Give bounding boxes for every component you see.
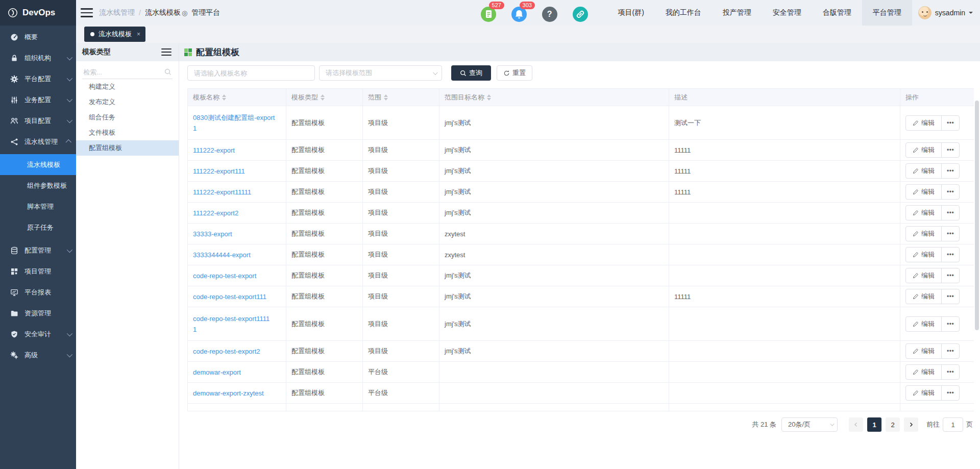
sidebar-subitem[interactable]: 脚本管理 (0, 196, 76, 217)
more-actions-button[interactable]: ••• (941, 317, 959, 331)
template-type-item[interactable]: 发布定义 (76, 94, 179, 110)
link-button[interactable] (573, 4, 588, 22)
template-name-link[interactable]: 111222-export (193, 145, 235, 156)
more-actions-button[interactable]: ••• (941, 344, 959, 358)
template-name-link[interactable]: 111222-export111 (193, 166, 245, 177)
template-name-link[interactable]: code-repo-test-export11111 (193, 313, 271, 335)
edit-button[interactable]: 编辑 (906, 344, 941, 358)
sidebar-subitem[interactable]: 流水线模板 (0, 154, 76, 175)
edit-button[interactable]: 编辑 (906, 185, 941, 199)
template-name-link[interactable]: code-repo-test-export111 (193, 291, 266, 302)
tab-close-icon[interactable]: × (137, 31, 140, 38)
sidebar-subitem[interactable]: 组件参数模板 (0, 175, 76, 196)
sidebar-item-5[interactable]: 流水线管理 (0, 131, 76, 152)
edit-button[interactable]: 编辑 (906, 143, 941, 157)
template-name-link[interactable]: demowar-export-zxytest (193, 388, 264, 399)
chevron-down-icon (67, 96, 72, 102)
next-page-button[interactable] (904, 417, 918, 432)
top-nav-item[interactable]: 我的工作台 (655, 0, 712, 26)
template-name-link[interactable]: 3333344444-export (193, 250, 251, 260)
sidebar-item-1[interactable]: 组织机构 (0, 47, 76, 68)
sort-icon[interactable] (384, 94, 388, 101)
help-button[interactable]: ? (542, 4, 557, 22)
edit-button[interactable]: 编辑 (906, 227, 941, 241)
more-actions-button[interactable]: ••• (941, 365, 959, 379)
template-type-item[interactable]: 组合任务 (76, 110, 179, 125)
sidebar-item-2[interactable]: 平台配置 (0, 68, 76, 89)
more-actions-button[interactable]: ••• (941, 185, 959, 199)
table-row: 111222-export 配置组模板 项目级 jmj's测试 11111 编辑… (188, 140, 974, 161)
reset-button[interactable]: 重置 (497, 65, 532, 81)
search-button[interactable]: 查询 (451, 65, 491, 81)
sort-icon[interactable] (487, 94, 491, 101)
top-nav-item[interactable]: 平台管理 (862, 0, 912, 26)
sidebar-item-3[interactable]: 业务配置 (0, 89, 76, 110)
page-titlebar: 配置组模板 (179, 43, 980, 61)
template-name-link[interactable]: 111222-export11111 (193, 187, 251, 198)
vertical-scrollbar[interactable] (975, 101, 979, 330)
template-name-input[interactable] (187, 65, 315, 81)
more-actions-button[interactable]: ••• (941, 386, 959, 400)
template-name-link[interactable]: code-repo-test-export (193, 270, 256, 281)
more-actions-button[interactable]: ••• (941, 206, 959, 220)
user-menu[interactable]: sysadmin (912, 6, 980, 19)
sidebar-item-8[interactable]: 平台报表 (0, 282, 76, 303)
menu-toggle-icon[interactable] (81, 8, 93, 17)
edit-button[interactable]: 编辑 (906, 317, 941, 331)
lock-icon (10, 54, 18, 62)
sidebar-item-7[interactable]: 项目管理 (0, 261, 76, 282)
more-actions-button[interactable]: ••• (941, 289, 959, 304)
template-name-link[interactable]: code-repo-test-export2 (193, 346, 260, 357)
more-actions-button[interactable]: ••• (941, 248, 959, 262)
top-nav-item[interactable]: 项目(群) (607, 0, 655, 26)
top-nav-item[interactable]: 投产管理 (712, 0, 762, 26)
template-scope-select[interactable]: 请选择模板范围 (319, 65, 442, 81)
more-actions-button[interactable]: ••• (941, 268, 959, 283)
notifications-button[interactable]: 303 (511, 4, 527, 22)
template-type-item[interactable]: 文件模板 (76, 125, 179, 140)
sidebar-subitem[interactable]: 原子任务 (0, 217, 76, 238)
top-nav-item[interactable]: 安全管理 (762, 0, 812, 26)
sidebar-item-11[interactable]: 高级 (0, 344, 76, 365)
tab-pipeline-template[interactable]: 流水线模板 × (84, 27, 145, 42)
scope-circle-icon: ◎ (182, 9, 187, 17)
sort-icon[interactable] (321, 94, 325, 101)
edit-button[interactable]: 编辑 (906, 268, 941, 283)
breadcrumb-root[interactable]: 流水线管理 (99, 8, 135, 17)
edit-button[interactable]: 编辑 (906, 386, 941, 400)
template-name-link[interactable]: 111222-export2 (193, 208, 238, 218)
edit-button[interactable]: 编辑 (906, 164, 941, 178)
page-button-1[interactable]: 1 (867, 417, 881, 432)
sidebar-item-9[interactable]: 资源管理 (0, 303, 76, 324)
edit-button[interactable]: 编辑 (906, 206, 941, 220)
more-actions-button[interactable]: ••• (941, 227, 959, 241)
template-type-item[interactable]: 配置组模板 (76, 140, 179, 156)
page-title: 配置组模板 (196, 46, 239, 58)
edit-button[interactable]: 编辑 (906, 248, 941, 262)
panel-search-input[interactable] (82, 65, 173, 79)
more-actions-button[interactable]: ••• (941, 116, 959, 130)
sidebar-item-6[interactable]: 配置管理 (0, 240, 76, 261)
more-actions-button[interactable]: ••• (941, 143, 959, 157)
page-button-2[interactable]: 2 (886, 417, 900, 432)
messages-button[interactable]: 527 (481, 4, 496, 22)
sidebar-item-0[interactable]: 概要 (0, 27, 76, 47)
template-type-item[interactable]: 构建定义 (76, 79, 179, 94)
panel-menu-icon[interactable] (161, 48, 172, 56)
template-name-link[interactable]: 0830测试创建配置组-export1 (193, 112, 277, 134)
edit-button[interactable]: 编辑 (906, 116, 941, 130)
template-name-link[interactable]: 33333-export (193, 229, 232, 239)
goto-page-input[interactable] (943, 417, 963, 432)
edit-button[interactable]: 编辑 (906, 365, 941, 379)
sort-icon[interactable] (222, 94, 226, 101)
template-name-link[interactable]: demowar-export (193, 367, 241, 378)
pencil-icon (913, 321, 919, 327)
sidebar-item-10[interactable]: 安全审计 (0, 324, 76, 344)
edit-button[interactable]: 编辑 (906, 289, 941, 304)
pencil-icon (913, 273, 919, 279)
top-nav-item[interactable]: 合版管理 (812, 0, 862, 26)
more-actions-button[interactable]: ••• (941, 164, 959, 178)
prev-page-button[interactable] (849, 417, 863, 432)
page-size-select[interactable]: 20条/页 (781, 417, 838, 432)
sidebar-item-4[interactable]: 项目配置 (0, 110, 76, 131)
